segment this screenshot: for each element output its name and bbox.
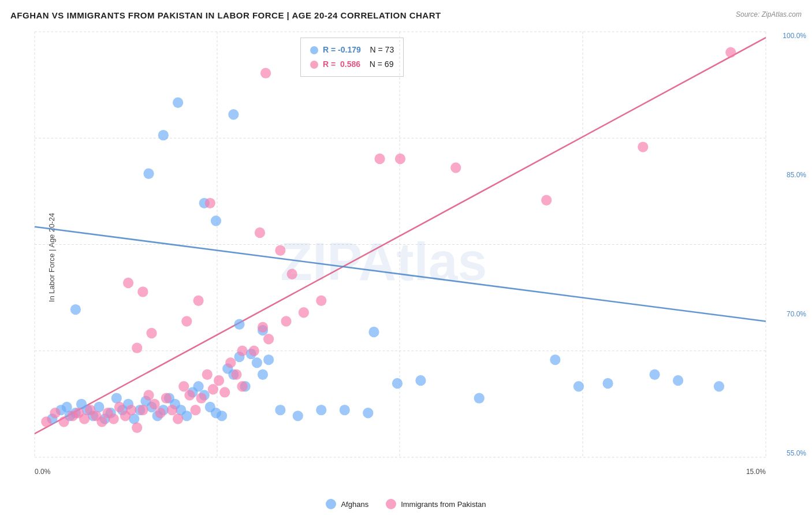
svg-point-114: [374, 154, 385, 164]
svg-point-100: [196, 393, 207, 403]
svg-point-115: [395, 154, 405, 164]
svg-point-95: [167, 405, 177, 415]
svg-point-103: [214, 375, 224, 386]
svg-point-127: [237, 346, 247, 356]
legend-afghans: Afghans: [326, 499, 368, 509]
scatter-svg: ZIPAtlas: [35, 32, 766, 457]
svg-point-75: [41, 416, 51, 427]
legend-circle-pink: [386, 499, 396, 509]
svg-point-98: [184, 390, 195, 400]
legend-label-afghans: Afghans: [341, 500, 368, 509]
svg-point-110: [281, 316, 291, 326]
svg-point-104: [219, 387, 230, 397]
svg-point-77: [59, 416, 69, 427]
svg-point-54: [340, 405, 350, 415]
svg-point-86: [114, 402, 125, 412]
svg-point-111: [299, 307, 309, 318]
legend-circle-blue: [326, 499, 336, 509]
svg-point-126: [258, 322, 268, 333]
svg-point-60: [143, 168, 154, 178]
y-axis-values: 100.0% 85.0% 70.0% 55.0%: [783, 32, 806, 457]
svg-point-112: [316, 296, 326, 306]
svg-point-92: [150, 399, 160, 409]
svg-point-113: [260, 68, 271, 78]
svg-point-57: [415, 375, 426, 386]
svg-point-99: [190, 405, 200, 415]
svg-point-83: [96, 416, 107, 427]
svg-point-105: [225, 357, 236, 368]
svg-point-42: [217, 410, 227, 421]
x-axis-labels: 0.0% 15.0%: [35, 468, 766, 476]
svg-point-101: [202, 369, 213, 379]
svg-point-76: [50, 408, 60, 418]
svg-point-117: [255, 227, 265, 238]
svg-point-93: [155, 408, 166, 418]
chart-container: AFGHAN VS IMMIGRANTS FROM PAKISTAN IN LA…: [0, 0, 812, 515]
svg-point-85: [109, 413, 119, 424]
chart-area: ZIPAtlas: [35, 32, 766, 457]
svg-point-72: [673, 375, 683, 386]
svg-point-65: [234, 319, 244, 329]
svg-point-123: [181, 316, 192, 326]
legend-container: Afghans Immigrants from Pakistan: [0, 499, 812, 509]
svg-point-69: [573, 381, 584, 391]
svg-point-124: [146, 328, 157, 338]
y-label-85: 85.0%: [787, 171, 806, 179]
svg-point-74: [474, 393, 485, 403]
svg-point-63: [228, 109, 239, 120]
svg-point-129: [725, 47, 736, 58]
svg-point-91: [143, 390, 154, 400]
svg-point-94: [161, 393, 172, 403]
svg-point-73: [714, 381, 724, 391]
y-label-100: 100.0%: [783, 32, 806, 40]
chart-title: AFGHAN VS IMMIGRANTS FROM PAKISTAN IN LA…: [10, 10, 441, 20]
source-label: Source: ZipAtlas.com: [736, 10, 802, 18]
x-label-0: 0.0%: [35, 468, 50, 476]
svg-point-97: [178, 381, 189, 391]
svg-point-38: [193, 381, 203, 391]
svg-point-67: [368, 327, 379, 337]
svg-point-125: [132, 342, 142, 353]
y-label-55: 55.0%: [787, 449, 806, 457]
legend-pakistan: Immigrants from Pakistan: [386, 499, 486, 509]
svg-point-89: [132, 423, 142, 433]
svg-point-108: [249, 346, 259, 356]
svg-point-55: [363, 408, 373, 418]
svg-point-116: [205, 198, 215, 208]
svg-point-48: [252, 357, 262, 368]
svg-point-106: [231, 369, 241, 379]
svg-point-49: [258, 369, 268, 379]
svg-point-58: [173, 98, 183, 108]
svg-point-51: [275, 405, 285, 415]
svg-point-53: [316, 405, 326, 415]
svg-point-52: [293, 410, 303, 421]
svg-point-80: [79, 413, 90, 424]
svg-point-90: [137, 405, 148, 415]
svg-point-119: [287, 268, 297, 279]
svg-point-62: [211, 215, 221, 226]
svg-point-122: [193, 296, 203, 306]
svg-point-102: [208, 384, 218, 394]
svg-point-131: [638, 141, 648, 152]
svg-point-71: [649, 369, 660, 379]
svg-point-68: [550, 354, 560, 365]
svg-point-50: [263, 354, 274, 365]
svg-point-109: [263, 334, 274, 344]
svg-point-59: [158, 130, 169, 140]
svg-point-96: [173, 413, 183, 424]
x-label-15: 15.0%: [746, 468, 766, 476]
svg-point-56: [392, 378, 403, 389]
svg-point-70: [602, 378, 613, 389]
svg-point-120: [123, 278, 133, 288]
svg-point-107: [237, 381, 247, 391]
svg-text:ZIPAtlas: ZIPAtlas: [280, 232, 487, 291]
legend-label-pakistan: Immigrants from Pakistan: [401, 500, 486, 509]
svg-point-121: [137, 286, 148, 297]
svg-point-118: [275, 245, 285, 256]
y-label-70: 70.0%: [787, 310, 806, 318]
svg-point-88: [126, 405, 136, 415]
svg-point-64: [70, 304, 81, 315]
svg-point-130: [541, 195, 552, 206]
svg-point-128: [450, 162, 461, 173]
